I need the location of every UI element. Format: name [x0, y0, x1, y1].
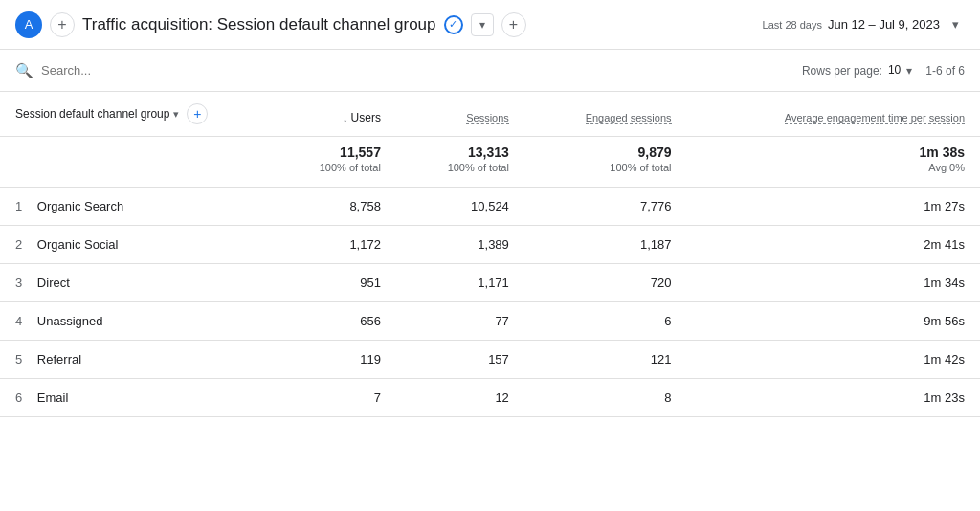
- total-engaged-value: 9,879: [540, 144, 672, 160]
- table-row: 3 Direct 951 1,171 720 1m 34s: [0, 264, 980, 302]
- cell-users-1: 8,758: [268, 188, 396, 226]
- add-compare-button[interactable]: +: [501, 12, 526, 37]
- cell-channel-4: 4 Unassigned: [0, 302, 268, 341]
- cell-avg-engagement-2: 2m 41s: [687, 226, 980, 264]
- cell-engaged-2: 1,187: [524, 226, 687, 264]
- row-number-2: 2: [15, 237, 22, 252]
- totals-users-cell: 11,557 100% of total: [268, 137, 396, 188]
- cell-users-2: 1,172: [268, 226, 396, 264]
- totals-row: 11,557 100% of total 13,313 100% of tota…: [0, 137, 980, 188]
- cell-engaged-3: 720: [524, 264, 687, 302]
- channel-name-4: Unassigned: [37, 314, 103, 328]
- cell-channel-5: 5 Referral: [0, 341, 268, 379]
- avatar: A: [15, 11, 42, 38]
- row-number-3: 3: [15, 276, 22, 290]
- cell-engaged-5: 121: [524, 341, 687, 379]
- cell-avg-engagement-4: 9m 56s: [687, 302, 980, 341]
- date-label: Last 28 days: [763, 19, 822, 31]
- table-row: 2 Organic Social 1,172 1,389 1,187 2m 41…: [0, 226, 980, 264]
- total-sessions-sub: 100% of total: [412, 162, 509, 173]
- channel-name-2: Organic Social: [37, 237, 119, 252]
- cell-channel-6: 6 Email: [0, 379, 268, 417]
- top-bar: A + Traffic acquisition: Session default…: [0, 0, 980, 50]
- channel-name-3: Direct: [37, 276, 70, 290]
- cell-users-3: 951: [268, 264, 396, 302]
- cell-avg-engagement-3: 1m 34s: [687, 264, 980, 302]
- search-input[interactable]: [41, 63, 794, 78]
- cell-avg-engagement-5: 1m 42s: [687, 341, 980, 379]
- cell-avg-engagement-1: 1m 27s: [687, 188, 980, 226]
- add-column-button[interactable]: +: [187, 103, 208, 124]
- rows-count: 1-6 of 6: [925, 64, 965, 78]
- rows-per-page-value[interactable]: 10: [888, 63, 901, 78]
- cell-engaged-1: 7,776: [524, 188, 687, 226]
- totals-avg-engagement-cell: 1m 38s Avg 0%: [687, 137, 980, 188]
- cell-channel-3: 3 Direct: [0, 264, 268, 302]
- date-range: Jun 12 – Jul 9, 2023: [828, 17, 940, 32]
- cell-users-5: 119: [268, 341, 396, 379]
- add-tab-button[interactable]: +: [50, 12, 75, 37]
- data-table-container: Session default channel group ▾ + ↓ User…: [0, 92, 980, 417]
- cell-sessions-1: 10,524: [396, 188, 524, 226]
- cell-users-4: 656: [268, 302, 396, 341]
- table-row: 6 Email 7 12 8 1m 23s: [0, 379, 980, 417]
- table-row: 4 Unassigned 656 77 6 9m 56s: [0, 302, 980, 341]
- col-channel-label: Session default channel group: [15, 107, 169, 121]
- total-avg-engagement-sub: Avg 0%: [702, 162, 965, 173]
- sort-arrow-icon: ↓: [343, 112, 351, 123]
- channel-dropdown-icon[interactable]: ▾: [173, 108, 179, 121]
- channel-name-1: Organic Search: [37, 199, 123, 213]
- cell-sessions-4: 77: [396, 302, 524, 341]
- status-check-icon: ✓: [444, 15, 463, 34]
- col-header-avg-engagement: Average engagement time per session: [687, 92, 980, 137]
- date-section: Last 28 days Jun 12 – Jul 9, 2023 ▾: [763, 15, 965, 34]
- dropdown-arrow-icon: ▾: [479, 18, 485, 32]
- col-header-engaged: Engaged sessions: [524, 92, 687, 137]
- rows-per-page-dropdown[interactable]: ▾: [906, 64, 912, 78]
- cell-sessions-2: 1,389: [396, 226, 524, 264]
- table-header-row: Session default channel group ▾ + ↓ User…: [0, 92, 980, 137]
- title-dropdown-button[interactable]: ▾: [471, 13, 494, 36]
- total-sessions-value: 13,313: [412, 144, 509, 160]
- totals-engaged-cell: 9,879 100% of total: [524, 137, 687, 188]
- search-bar: 🔍 Rows per page: 10 ▾ 1-6 of 6: [0, 50, 980, 92]
- cell-sessions-6: 12: [396, 379, 524, 417]
- totals-channel-cell: [0, 137, 268, 188]
- channel-name-6: Email: [37, 390, 69, 405]
- total-avg-engagement-value: 1m 38s: [702, 144, 965, 160]
- col-engaged-label: Engaged sessions: [586, 112, 672, 124]
- row-number-4: 4: [15, 314, 22, 328]
- col-header-channel: Session default channel group ▾ +: [0, 92, 268, 137]
- data-table: Session default channel group ▾ + ↓ User…: [0, 92, 980, 417]
- cell-engaged-4: 6: [524, 302, 687, 341]
- row-number-6: 6: [15, 390, 22, 405]
- cell-sessions-5: 157: [396, 341, 524, 379]
- page-title: Traffic acquisition: Session default cha…: [82, 15, 436, 34]
- col-sessions-label: Sessions: [466, 112, 509, 124]
- table-row: 5 Referral 119 157 121 1m 42s: [0, 341, 980, 379]
- row-number-1: 1: [15, 199, 22, 213]
- col-header-sessions: Sessions: [396, 92, 524, 137]
- rows-per-page-label: Rows per page:: [802, 64, 882, 78]
- cell-channel-2: 2 Organic Social: [0, 226, 268, 264]
- col-avg-engagement-label: Average engagement time per session: [785, 112, 965, 124]
- total-engaged-sub: 100% of total: [540, 162, 672, 173]
- col-users-label: Users: [351, 111, 381, 124]
- row-number-5: 5: [15, 352, 22, 367]
- total-users-sub: 100% of total: [283, 162, 381, 173]
- cell-channel-1: 1 Organic Search: [0, 188, 268, 226]
- table-row: 1 Organic Search 8,758 10,524 7,776 1m 2…: [0, 188, 980, 226]
- date-dropdown-button[interactable]: ▾: [946, 15, 965, 34]
- col-header-users[interactable]: ↓ Users: [268, 92, 396, 137]
- channel-name-5: Referral: [37, 352, 81, 367]
- cell-users-6: 7: [268, 379, 396, 417]
- total-users-value: 11,557: [283, 144, 381, 160]
- cell-engaged-6: 8: [524, 379, 687, 417]
- cell-avg-engagement-6: 1m 23s: [687, 379, 980, 417]
- cell-sessions-3: 1,171: [396, 264, 524, 302]
- title-section: Traffic acquisition: Session default cha…: [82, 12, 755, 37]
- totals-sessions-cell: 13,313 100% of total: [396, 137, 524, 188]
- rows-per-page-section: Rows per page: 10 ▾ 1-6 of 6: [802, 63, 965, 78]
- search-icon: 🔍: [15, 62, 33, 79]
